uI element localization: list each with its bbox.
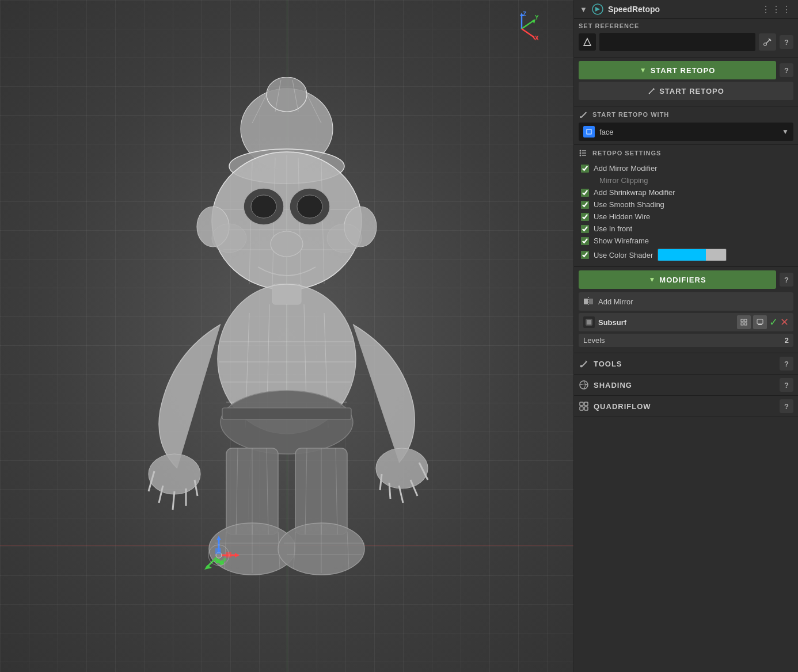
speedretopo-icon <box>592 3 603 15</box>
reference-input-row: ? <box>579 33 793 51</box>
sidebar-panel: ▼ SpeedRetopo ⋮⋮⋮ SET REFERENCE <box>573 0 798 672</box>
svg-point-25 <box>212 224 246 253</box>
reference-help-button[interactable]: ? <box>780 35 793 49</box>
subsurf-label: Subsurf <box>598 318 734 327</box>
eyedropper-button[interactable] <box>759 33 776 51</box>
subsurf-delete-icon[interactable]: ✕ <box>780 316 789 329</box>
add-mirror-modifier-label: Add Mirror Modifier <box>594 164 658 173</box>
viewport: Z Y X <box>0 0 573 672</box>
use-smooth-shading-checkbox[interactable] <box>581 201 589 209</box>
quadriflow-label: QUADRIFLOW <box>594 402 651 411</box>
shading-inner: SHADING <box>579 380 775 390</box>
start-retopo-dark-label: START RETOPO <box>659 87 724 96</box>
retopo-settings-section: RETOPO SETTINGS Add Mirror Modifier Mirr… <box>574 145 798 267</box>
add-mirror-modifier-checkbox[interactable] <box>581 165 589 173</box>
dropdown-arrow-icon: ▼ <box>782 128 789 136</box>
svg-text:Y: Y <box>535 14 539 21</box>
add-shrinkwrap-checkbox[interactable] <box>581 189 589 197</box>
svg-rect-121 <box>741 319 743 322</box>
use-color-shader-label: Use Color Shader <box>594 251 653 259</box>
color-shader-swatch[interactable] <box>658 249 727 261</box>
svg-marker-95 <box>595 7 600 12</box>
mirror-clipping-label: Mirror Clipping <box>599 176 648 185</box>
svg-point-21 <box>297 195 322 218</box>
svg-point-1 <box>267 77 307 112</box>
add-mirror-modifier-row: Add Mirror Modifier <box>581 162 793 174</box>
mirror-clipping-row: Mirror Clipping <box>579 174 793 186</box>
subsurf-render-button[interactable] <box>753 315 767 329</box>
svg-rect-123 <box>741 323 743 325</box>
modifiers-toggle-button[interactable]: ▼ MODIFIERS <box>579 270 776 289</box>
quadriflow-section[interactable]: QUADRIFLOW ? <box>574 396 798 417</box>
tools-inner: TOOLS <box>579 358 775 369</box>
svg-marker-84 <box>235 553 240 558</box>
levels-value: 2 <box>785 336 789 345</box>
svg-line-101 <box>649 89 653 94</box>
svg-rect-126 <box>758 324 762 325</box>
tools-icon <box>579 358 589 369</box>
levels-label: Levels <box>583 336 605 345</box>
chevron-icon[interactable]: ▼ <box>580 5 587 14</box>
shading-help-button[interactable]: ? <box>780 378 793 392</box>
svg-point-19 <box>251 195 276 218</box>
svg-rect-122 <box>744 319 747 322</box>
subsurf-controls: ✓ ✕ <box>737 315 789 329</box>
smurf-character <box>0 0 573 672</box>
svg-marker-82 <box>216 536 221 540</box>
svg-point-24 <box>271 231 303 257</box>
show-wireframe-label: Show Wireframe <box>594 236 649 245</box>
face-icon <box>583 126 595 138</box>
svg-rect-124 <box>744 323 747 325</box>
subsurf-grid-button[interactable] <box>737 315 751 329</box>
set-reference-label: SET REFERENCE <box>579 22 793 29</box>
svg-point-129 <box>580 381 588 389</box>
quadriflow-icon <box>579 401 589 411</box>
svg-rect-116 <box>584 299 588 304</box>
start-retopo-dark-button[interactable]: START RETOPO <box>579 82 793 100</box>
quadriflow-inner: QUADRIFLOW <box>579 401 775 411</box>
svg-line-50 <box>389 483 390 499</box>
svg-point-104 <box>580 116 582 118</box>
svg-point-46 <box>376 448 428 488</box>
start-retopo-green-button[interactable]: ▼ START RETOPO <box>579 61 776 79</box>
subsurf-icon <box>583 316 595 328</box>
add-shrinkwrap-row: Add Shrinkwrap Modifier <box>581 186 793 198</box>
modifiers-label: MODIFIERS <box>659 276 706 284</box>
start-retopo-dark-row: START RETOPO <box>579 82 793 100</box>
start-retopo-help-button[interactable]: ? <box>780 63 793 77</box>
panel-dots-icon[interactable]: ⋮⋮⋮ <box>761 4 792 15</box>
modifiers-help-button[interactable]: ? <box>780 273 793 287</box>
use-hidden-wire-label: Use Hidden Wire <box>594 212 650 221</box>
settings-header: RETOPO SETTINGS <box>579 148 793 158</box>
retopo-with-header: START RETOPO WITH <box>579 110 793 119</box>
tools-help-button[interactable]: ? <box>780 357 793 371</box>
svg-point-115 <box>580 155 582 156</box>
use-smooth-shading-row: Use Smooth Shading <box>581 198 793 211</box>
add-mirror-label: Add Mirror <box>598 297 633 306</box>
tools-label: TOOLS <box>594 360 622 368</box>
shading-section[interactable]: SHADING ? <box>574 375 798 396</box>
use-in-front-checkbox[interactable] <box>581 225 589 233</box>
show-wireframe-checkbox[interactable] <box>581 237 589 245</box>
tools-section[interactable]: TOOLS ? <box>574 353 798 375</box>
levels-row: Levels 2 <box>579 334 793 347</box>
svg-rect-88 <box>215 548 221 554</box>
add-mirror-row[interactable]: Add Mirror <box>579 292 793 311</box>
svg-point-38 <box>221 391 353 454</box>
use-color-shader-checkbox[interactable] <box>581 251 589 259</box>
use-hidden-wire-checkbox[interactable] <box>581 213 589 221</box>
reference-input[interactable] <box>599 33 755 51</box>
start-retopo-with-section: START RETOPO WITH face ▼ <box>574 106 798 145</box>
use-in-front-label: Use In front <box>594 224 632 233</box>
svg-rect-132 <box>580 407 583 410</box>
quadriflow-help-button[interactable]: ? <box>780 399 793 413</box>
subsurf-enable-icon[interactable]: ✓ <box>769 316 778 329</box>
smurf-svg <box>126 77 448 595</box>
start-retopo-section: ▼ START RETOPO ? START RETOPO <box>574 58 798 106</box>
svg-point-26 <box>327 224 362 253</box>
svg-rect-120 <box>587 320 591 324</box>
panel-header: ▼ SpeedRetopo ⋮⋮⋮ <box>574 0 798 19</box>
panel-title-row: ▼ SpeedRetopo <box>580 3 660 15</box>
set-reference-section: SET REFERENCE ? <box>574 19 798 58</box>
retopo-with-dropdown[interactable]: face ▼ <box>579 123 793 141</box>
